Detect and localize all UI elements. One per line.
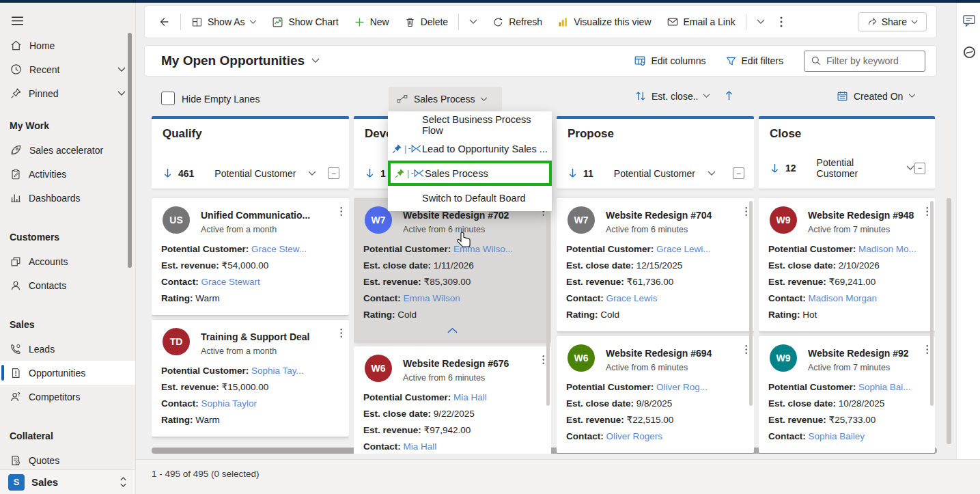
card-field-value: Warm bbox=[195, 415, 220, 425]
sidebar-group-sales: Sales bbox=[10, 319, 135, 334]
chevron-down-icon bbox=[117, 91, 126, 96]
lane-scrollbar[interactable] bbox=[930, 201, 934, 406]
sidebar-item-leads[interactable]: Leads bbox=[0, 337, 135, 361]
show-as-button[interactable]: Show As bbox=[184, 10, 264, 34]
sort-field-selector[interactable]: Est. close.. bbox=[635, 90, 710, 102]
sidebar-item-accounts[interactable]: Accounts bbox=[0, 249, 135, 273]
lane-qualify: Qualify461Potential Customer−USUnified C… bbox=[152, 116, 349, 454]
collapse-card-button[interactable] bbox=[363, 323, 542, 333]
collapse-lane-button[interactable]: − bbox=[733, 167, 744, 179]
card-field-value[interactable]: Grace Lewis bbox=[606, 293, 658, 303]
card-field-value: Warm bbox=[195, 293, 220, 303]
card-field-value[interactable]: Emma Wilso... bbox=[453, 244, 513, 254]
more-commands-button[interactable] bbox=[772, 10, 790, 34]
app-switcher[interactable]: S Sales bbox=[0, 469, 136, 494]
delete-overflow-button[interactable] bbox=[462, 10, 485, 34]
show-chart-button[interactable]: Show Chart bbox=[264, 10, 346, 34]
card-field-value[interactable]: Mia Hall bbox=[404, 441, 437, 452]
edit-columns-button[interactable]: Edit columns bbox=[627, 49, 712, 72]
opportunity-card[interactable]: W6Website Redesign #676Active from 6 min… bbox=[354, 346, 551, 454]
sidebar-scrollbar[interactable] bbox=[128, 33, 132, 268]
hamburger-menu-icon[interactable] bbox=[10, 14, 25, 28]
collapse-lane-button[interactable]: − bbox=[914, 163, 925, 174]
swap-app-icon[interactable] bbox=[119, 476, 128, 488]
opportunity-card[interactable]: W7Website Redesign #704Active from 6 min… bbox=[557, 198, 754, 331]
sidebar-item-sales-accelerator[interactable]: Sales accelerator bbox=[0, 138, 135, 162]
lane-scrollbar[interactable] bbox=[749, 201, 753, 406]
circular-badge-icon[interactable] bbox=[962, 45, 977, 59]
ellipsis-v-icon bbox=[926, 344, 929, 355]
bowtie-icon bbox=[411, 169, 424, 178]
menu-item-lead-to-opportunity-sales[interactable]: |Lead to Opportunity Sales ... bbox=[388, 137, 552, 161]
edit-filters-button[interactable]: Edit filters bbox=[718, 49, 790, 72]
card-field-value: Cold bbox=[600, 310, 619, 320]
chevron-down-icon bbox=[911, 20, 918, 25]
share-button[interactable]: Share bbox=[858, 12, 927, 31]
lane-group-by[interactable]: Potential Customer bbox=[817, 157, 894, 179]
card-field-value[interactable]: Emma Wilson bbox=[404, 293, 460, 303]
email-link-button[interactable]: Email a Link bbox=[659, 10, 743, 34]
card-field-value[interactable]: Grace Stewart bbox=[201, 277, 260, 287]
process-flow-menu: Select Business Process Flow |Lead to Op… bbox=[388, 111, 552, 211]
sidebar-item-activities[interactable]: Activities bbox=[0, 162, 135, 186]
new-button[interactable]: New bbox=[346, 10, 397, 34]
doc-clock-icon bbox=[10, 454, 22, 467]
collapse-lane-button[interactable]: − bbox=[328, 167, 339, 179]
avatar: TD bbox=[163, 328, 190, 355]
sidebar-item-dashboards[interactable]: Dashboards bbox=[0, 186, 135, 210]
opportunity-card[interactable]: USUnified Communicatio...Active from a m… bbox=[152, 198, 349, 315]
lane-group-by[interactable]: Potential Customer bbox=[214, 168, 296, 179]
chat-icon[interactable] bbox=[962, 14, 977, 28]
sort-direction-button[interactable] bbox=[724, 90, 734, 101]
opportunity-card[interactable]: W7Website Redesign #702Active from 6 min… bbox=[354, 198, 551, 342]
sidebar-item-quotes[interactable]: Quotes bbox=[0, 448, 135, 472]
opportunity-card[interactable]: W9Website Redesign #948Active from 7 min… bbox=[759, 198, 935, 331]
created-on-selector[interactable]: Created On bbox=[837, 90, 916, 102]
back-button[interactable] bbox=[150, 10, 178, 34]
card-active-since: Active from a month bbox=[201, 225, 339, 234]
card-field-value[interactable]: Sophia Bai... bbox=[858, 382, 911, 392]
card-field-value[interactable]: Oliver Rog... bbox=[656, 382, 708, 392]
menu-item-sales-process[interactable]: |Sales Process bbox=[388, 161, 552, 186]
delete-button[interactable]: Delete bbox=[397, 10, 456, 34]
ellipsis-v-icon bbox=[542, 355, 545, 365]
card-field-value[interactable]: Grace Stew... bbox=[251, 244, 307, 254]
sidebar-item-opportunities[interactable]: Opportunities bbox=[0, 361, 135, 385]
view-selector[interactable]: My Open Opportunities bbox=[161, 53, 320, 68]
process-selector-button[interactable]: Sales Process bbox=[389, 87, 502, 111]
card-field-value[interactable]: Oliver Rogers bbox=[606, 431, 663, 441]
chevron-down-icon bbox=[249, 20, 257, 25]
card-field-value[interactable]: Sophia Taylor bbox=[201, 398, 257, 409]
menu-item-select-business-process-flow[interactable]: Select Business Process Flow bbox=[388, 113, 552, 137]
card-active-since: Active from 7 minutes bbox=[808, 225, 925, 234]
board-vertical-scrollbar[interactable] bbox=[947, 198, 951, 444]
sidebar-item-home[interactable]: Home bbox=[0, 33, 135, 57]
lane-scrollbar[interactable] bbox=[546, 201, 550, 406]
card-field-value[interactable]: Grace Lewi... bbox=[656, 244, 711, 254]
opportunity-card[interactable]: W6Website Redesign #694Active from 6 min… bbox=[557, 336, 754, 453]
card-field-potential-customer: Potential Customer: Grace Lewi... bbox=[566, 241, 744, 258]
visualize-view-button[interactable]: Visualize this view bbox=[550, 10, 658, 34]
refresh-button[interactable]: Refresh bbox=[485, 10, 550, 34]
card-field-value[interactable]: Madison Mo... bbox=[858, 244, 916, 254]
avatar: W9 bbox=[770, 206, 797, 234]
sidebar-item-pinned[interactable]: Pinned bbox=[0, 81, 135, 105]
lane-title: Close bbox=[770, 127, 924, 141]
sidebar-item-label: Dashboards bbox=[29, 193, 135, 204]
hide-empty-lanes-checkbox[interactable] bbox=[161, 92, 175, 105]
sidebar-item-recent[interactable]: Recent bbox=[0, 57, 135, 81]
keyword-filter-input[interactable] bbox=[826, 55, 950, 66]
sidebar-item-competitors[interactable]: Competitors bbox=[0, 385, 135, 409]
opportunity-card[interactable]: TDTraining & Support DealActive from a m… bbox=[152, 320, 349, 437]
card-field-value[interactable]: Sophia Bailey bbox=[809, 431, 865, 441]
lane-group-by[interactable]: Potential Customer bbox=[614, 168, 695, 179]
bowtie-icon bbox=[408, 144, 421, 153]
menu-item-switch-to-default-board[interactable]: Switch to Default Board bbox=[388, 186, 552, 210]
card-field-value[interactable]: Mia Hall bbox=[453, 392, 487, 402]
opportunity-card[interactable]: W9Website Redesign #92Active from 7 minu… bbox=[759, 336, 935, 453]
card-field-value[interactable]: Sophia Tay... bbox=[251, 366, 304, 376]
toolbar-overflow-chevron[interactable] bbox=[749, 10, 772, 34]
card-field-value[interactable]: Madison Morgan bbox=[809, 293, 878, 303]
chevron-down-icon bbox=[311, 58, 320, 64]
sidebar-item-contacts[interactable]: Contacts bbox=[0, 273, 135, 297]
